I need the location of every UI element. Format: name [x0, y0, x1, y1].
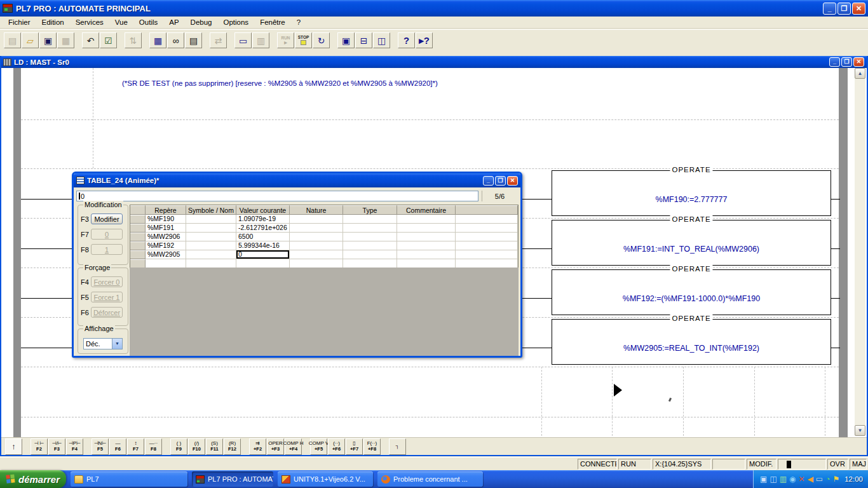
operate-block[interactable]: OPERATE %MF192:=(%MF191-1000.0)*%MF190 — [552, 269, 831, 315]
force-one-button[interactable]: Forcer 1 — [91, 292, 123, 302]
horizontal-compare-button[interactable]: COMP H +F4 — [285, 438, 302, 455]
menu-item[interactable]: Edition — [36, 17, 70, 27]
taskbar-item-browser[interactable]: Probleme concernant ... — [377, 471, 483, 487]
volume-icon[interactable]: ◀ — [808, 475, 813, 483]
cell-symbole[interactable] — [186, 233, 236, 241]
data-transfer-icon[interactable]: ⇄ — [210, 32, 227, 48]
call-button[interactable]: (··) +F6 — [328, 438, 345, 455]
cell-valeur[interactable] — [236, 259, 290, 268]
column-header[interactable]: Valeur courante — [236, 205, 290, 215]
cell-valeur[interactable]: 6500 — [236, 233, 290, 241]
cell-repere[interactable]: %MF190 — [146, 215, 186, 224]
table-row[interactable]: %MW2906 6500 — [130, 233, 518, 241]
contact-closed-button[interactable]: ⊣/⊢ F3 — [48, 438, 65, 455]
column-header[interactable]: Type — [343, 205, 397, 215]
vertical-compare-button[interactable]: COMP V +F5 — [310, 438, 327, 455]
display-format-select[interactable]: Déc. ▼ — [83, 338, 123, 349]
save-icon[interactable]: ▣ — [39, 32, 57, 48]
tile-vertical-icon[interactable]: ◫ — [373, 32, 390, 48]
operate-block[interactable]: OPERATE %MF190:=2.777777 — [552, 170, 831, 216]
cell-valeur[interactable]: -2.612791e+026 — [236, 224, 290, 233]
operate-block[interactable]: OPERATE %MW2905:=REAL_TO_INT(%MF192) — [552, 319, 831, 365]
column-header[interactable]: Commentaire — [397, 205, 456, 215]
menu-item[interactable]: ? — [291, 17, 306, 27]
operate-block[interactable]: OPERATE %MF191:=INT_TO_REAL(%MW2906) — [552, 220, 831, 266]
network-disconnected-icon[interactable]: ✕ — [799, 475, 805, 483]
horizontal-link-button[interactable]: — F6 — [109, 438, 126, 455]
menu-item[interactable]: Services — [70, 17, 109, 27]
negated-coil-button[interactable]: (/) F10 — [188, 438, 205, 455]
menu-item[interactable]: Options — [217, 17, 254, 27]
print-icon[interactable]: ▦ — [57, 32, 74, 48]
cell-nature[interactable] — [290, 241, 343, 250]
value-edit-field[interactable]: 0 — [76, 191, 478, 201]
contact-open-button[interactable]: ⊣ ⊢ F2 — [31, 438, 48, 455]
cell-symbole[interactable] — [186, 259, 236, 268]
cell-type[interactable] — [343, 224, 397, 233]
select-arrow-button[interactable]: ↑ — [5, 438, 22, 455]
table-row[interactable]: %MF192 5.999344e-16 — [130, 241, 518, 250]
run-icon[interactable]: RUN — [277, 32, 294, 48]
animation-table-icon[interactable]: ▦ — [149, 32, 166, 48]
function-call-button[interactable]: F(··) +F8 — [363, 438, 381, 455]
cell-commentaire[interactable] — [397, 250, 456, 259]
open-folder-icon[interactable]: ▱ — [22, 32, 39, 48]
vertical-scrollbar[interactable]: ▲ ▼ — [855, 68, 865, 436]
cell-commentaire[interactable] — [397, 241, 456, 250]
search-icon[interactable]: ∞ — [167, 32, 184, 48]
cell-valeur[interactable]: 0 — [236, 250, 290, 259]
taskbar-item-unity[interactable]: UNITY8.1+Vijeo6.2 V... — [278, 471, 373, 487]
subroutine-return-button[interactable]: ┐ — [389, 438, 406, 455]
display-icon[interactable]: ▭ — [816, 475, 823, 483]
horizontal-fill-button[interactable]: —·· F8 — [145, 438, 162, 455]
updates-icon[interactable]: ▥ — [780, 475, 787, 483]
contact-falling-edge-button[interactable]: ⊣N⊢ F5 — [92, 438, 109, 455]
table-row[interactable]: %MW2905 0 — [130, 250, 518, 259]
cell-symbole[interactable] — [186, 224, 236, 233]
cell-nature[interactable] — [290, 224, 343, 233]
taskbar-item-pl7-pro[interactable]: PL7 PRO : AUTOMAT... — [192, 471, 273, 487]
cell-commentaire[interactable] — [397, 215, 456, 224]
cell-symbole[interactable] — [186, 250, 236, 259]
dialog-close-button[interactable]: ✕ — [507, 176, 518, 186]
set-coil-button[interactable]: (S) F11 — [206, 438, 223, 455]
menu-item[interactable]: Fichier — [3, 17, 36, 27]
scroll-up-icon[interactable]: ▲ — [855, 68, 865, 79]
cell-type[interactable] — [343, 241, 397, 250]
table-row[interactable] — [130, 259, 518, 268]
menu-item[interactable]: Vue — [109, 17, 133, 27]
set-one-button[interactable]: 1 — [91, 244, 123, 255]
cell-commentaire[interactable] — [397, 259, 456, 268]
cell-symbole[interactable] — [186, 215, 236, 224]
minimize-button[interactable]: _ — [823, 3, 836, 15]
ld-maximize-button[interactable]: ❐ — [841, 57, 852, 67]
maximize-button[interactable]: ❐ — [837, 3, 851, 15]
menu-item[interactable]: Debug — [185, 17, 218, 27]
cell-commentaire[interactable] — [397, 224, 456, 233]
cell-repere[interactable]: %MF191 — [146, 224, 186, 233]
row-selector[interactable] — [130, 215, 146, 224]
start-button[interactable]: démarrer — [0, 470, 66, 488]
vertical-link-button[interactable]: ↕ F7 — [127, 438, 144, 455]
menu-item[interactable]: AP — [163, 17, 184, 27]
reset-coil-button[interactable]: (R) F12 — [224, 438, 241, 455]
function-block-button[interactable]: ▯ +F7 — [346, 438, 363, 455]
cell-nature[interactable] — [290, 259, 343, 268]
unforce-button[interactable]: Déforcer — [91, 307, 123, 318]
grid-icon[interactable]: ▥ — [252, 32, 269, 48]
context-help-icon[interactable]: ▸? — [416, 32, 433, 48]
dialog-minimize-button[interactable]: _ — [483, 176, 494, 186]
cell-repere[interactable]: %MW2905 — [146, 250, 186, 259]
table-row[interactable]: %MF190 1.09079e-19 — [130, 215, 518, 224]
set-zero-button[interactable]: 0 — [91, 229, 123, 240]
cascade-windows-icon[interactable]: ▣ — [337, 32, 355, 48]
modify-button[interactable]: Modifier — [91, 214, 123, 224]
scheduler-icon[interactable]: ◔ — [825, 475, 830, 483]
cell-nature[interactable] — [290, 233, 343, 241]
library-icon[interactable]: ▤ — [185, 32, 202, 48]
cell-nature[interactable] — [290, 250, 343, 259]
close-button[interactable]: ✕ — [852, 3, 865, 15]
row-selector[interactable] — [130, 250, 146, 259]
chevron-down-icon[interactable]: ▼ — [112, 339, 122, 349]
transfer-program-icon[interactable]: ⇅ — [125, 32, 142, 48]
